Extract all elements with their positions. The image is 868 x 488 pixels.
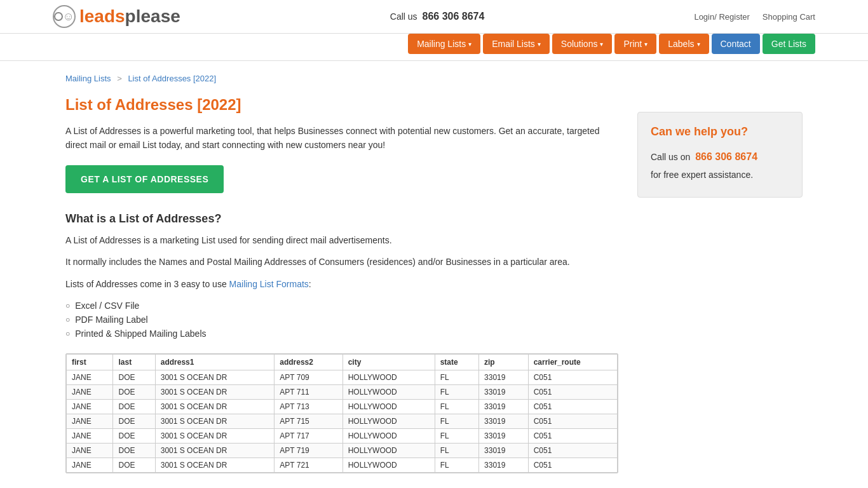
breadcrumb-separator: > [117,74,122,83]
section1-p1: A List of Addresses is a marketing List … [65,233,618,247]
list-item: PDF Mailing Label [65,313,618,327]
cart-link[interactable]: Shopping Cart [763,12,815,22]
chevron-down-icon: ▾ [468,41,471,48]
cta-get-list-button[interactable]: GET A LIST OF ADDRESSES [65,165,224,193]
sidebar-subtext: for free expert assistance. [651,168,789,182]
sidebar-title: Can we help you? [651,125,789,139]
section1-p3: Lists of Addresses come in 3 easy to use… [65,277,618,291]
list-item: Printed & Shipped Mailing Labels [65,327,618,341]
table-header-address2: address2 [275,354,342,370]
nav-contact[interactable]: Contact [712,34,760,54]
phone-number: 866 306 8674 [423,11,485,22]
breadcrumb-mailing-lists[interactable]: Mailing Lists [65,74,111,83]
sidebar-phone: 866 306 8674 [695,151,757,162]
table-header-city: city [342,354,435,370]
table-row: JANEDOE3001 S OCEAN DRAPT 715HOLLYWOODFL… [67,414,618,428]
nav-solutions[interactable]: Solutions ▾ [552,34,613,54]
chevron-down-icon: ▾ [538,41,541,48]
nav-email-lists[interactable]: Email Lists ▾ [483,34,550,54]
table-row: JANEDOE3001 S OCEAN DRAPT 721HOLLYWOODFL… [67,458,618,472]
chevron-down-icon: ▾ [644,41,648,48]
data-table-wrapper: first last address1 address2 city state … [65,353,618,473]
page-description: A List of Addresses is a powerful market… [65,124,618,152]
table-header-address1: address1 [155,354,275,370]
nav-labels[interactable]: Labels ▾ [659,34,709,54]
table-row: JANEDOE3001 S OCEAN DRAPT 719HOLLYWOODFL… [67,443,618,458]
table-header-carrier: carrier_route [528,354,617,370]
breadcrumb: Mailing Lists > List of Addresses [2022] [65,74,618,83]
table-header-first: first [67,354,113,370]
table-header-state: state [435,354,478,370]
logo[interactable]: ☺ leadsplease [53,5,180,28]
logo-icon: ☺ [53,5,76,28]
table-header-last: last [113,354,155,370]
table-row: JANEDOE3001 S OCEAN DRAPT 713HOLLYWOODFL… [67,399,618,414]
chevron-down-icon: ▾ [600,41,603,48]
nav-mailing-lists[interactable]: Mailing Lists ▾ [408,34,480,54]
breadcrumb-current[interactable]: List of Addresses [2022] [128,74,216,83]
logo-text: leadsplease [79,6,180,27]
formats-list: Excel / CSV File PDF Mailing Label Print… [65,299,618,341]
phone-area: Call us 866 306 8674 [390,11,485,22]
user-links: Login/ Register Shopping Cart [694,12,815,22]
navigation: Mailing Lists ▾ Email Lists ▾ Solutions … [0,34,868,61]
table-row: JANEDOE3001 S OCEAN DRAPT 711HOLLYWOODFL… [67,384,618,399]
page-title: List of Addresses [2022] [65,96,618,114]
sidebar-call-text: Call us on 866 306 8674 [651,149,789,165]
sidebar-box: Can we help you? Call us on 866 306 8674… [637,112,803,198]
address-table: first last address1 address2 city state … [66,354,618,473]
nav-print[interactable]: Print ▾ [614,34,656,54]
section1-title: What is a List of Addresses? [65,212,618,226]
table-row: JANEDOE3001 S OCEAN DRAPT 709HOLLYWOODFL… [67,370,618,384]
section1-p2: It normally includes the Names and Posta… [65,255,618,269]
call-label: Call us [390,11,417,22]
mailing-list-formats-link[interactable]: Mailing List Formats [229,279,309,289]
table-row: JANEDOE3001 S OCEAN DRAPT 717HOLLYWOODFL… [67,428,618,443]
chevron-down-icon: ▾ [697,41,700,48]
nav-get-lists[interactable]: Get Lists [763,34,815,54]
login-link[interactable]: Login/ Register [694,12,749,22]
sidebar: Can we help you? Call us on 866 306 8674… [637,74,803,473]
list-item: Excel / CSV File [65,299,618,313]
table-header-zip: zip [479,354,529,370]
